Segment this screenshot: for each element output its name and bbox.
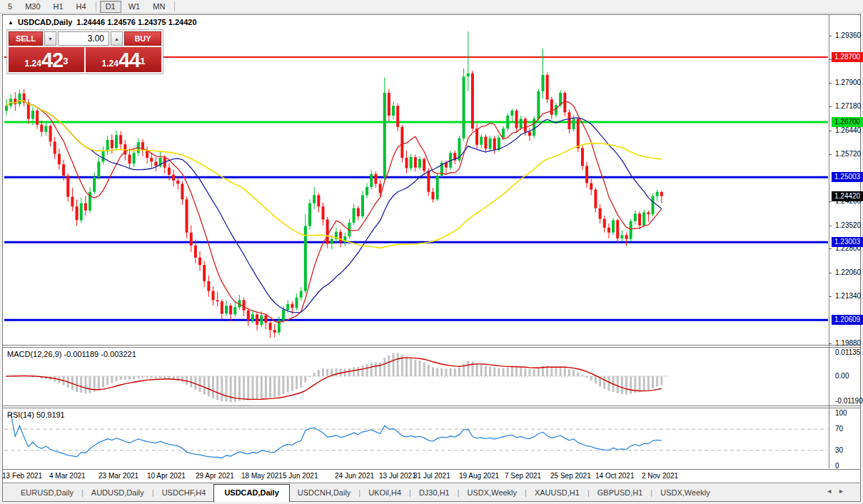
- price-level-badge: 1.25003: [832, 172, 863, 182]
- price-tick-mark: [829, 343, 832, 344]
- macd-scale-label: -0.011904: [835, 397, 863, 405]
- timeframe-button-h1[interactable]: H1: [48, 1, 69, 13]
- chart-window: ▲ USDCAD,Daily 1.24446 1.24576 1.24375 1…: [2, 14, 861, 502]
- price-tick-mark: [829, 296, 832, 297]
- macd-label: MACD(12,26,9) -0.001189 -0.003221: [7, 350, 136, 358]
- price-tick-mark: [829, 36, 832, 36]
- rsi-scale-label: 70: [835, 425, 843, 433]
- timeframe-button-m30[interactable]: M30: [19, 1, 46, 13]
- symbol-period-label: USDCAD,Daily: [18, 18, 72, 26]
- date-label: 23 Mar 2021: [99, 472, 138, 480]
- date-label: 31 Jul 2021: [413, 472, 450, 480]
- macd-scale-label: 0.00: [835, 372, 849, 380]
- price-tick-mark: [829, 226, 832, 226]
- date-label: 10 Apr 2021: [147, 472, 186, 480]
- price-tick-label: 1.23520: [835, 221, 861, 230]
- tab-gbpusd-h1[interactable]: GBPUSD,H1: [590, 485, 651, 501]
- timeframe-button-5[interactable]: 5: [2, 1, 18, 13]
- price-level-badge: 1.28700: [832, 52, 863, 62]
- price-tick-mark: [829, 201, 832, 202]
- tab-usdcad-daily[interactable]: USDCAD,Daily: [213, 484, 289, 502]
- tab-xauusd-h1[interactable]: XAUUSD,H1: [527, 485, 587, 501]
- tabs-scroll-right-icon[interactable]: ►: [838, 488, 850, 495]
- price-tick-label: 1.27180: [835, 102, 861, 111]
- tab-usdx-weekly-2[interactable]: USDX,Weekly: [652, 485, 717, 501]
- tab-usdchf-h4[interactable]: USDCHF,H4: [154, 485, 214, 501]
- macd-panel-divider[interactable]: [3, 345, 860, 348]
- sell-price-sup: 3: [63, 52, 68, 71]
- price-level-badge: 1.26700: [832, 117, 863, 127]
- quote-header: ▲ USDCAD,Daily 1.24446 1.24576 1.24375 1…: [8, 18, 197, 26]
- date-label: 14 Oct 2021: [595, 472, 634, 480]
- price-tick-label: 1.25720: [835, 150, 861, 158]
- tab-audusd-daily[interactable]: AUDUSD,Daily: [84, 485, 152, 501]
- rsi-scale-label: 30: [835, 446, 843, 455]
- date-label: 19 Aug 2021: [459, 472, 499, 480]
- timeframe-button-h4[interactable]: H4: [71, 1, 92, 13]
- price-tick-mark: [829, 248, 832, 249]
- price-tick-mark: [829, 106, 832, 107]
- price-tick-mark: [829, 273, 832, 273]
- sell-price-tile[interactable]: 1.24423: [9, 47, 84, 72]
- current-price-badge: 1.24420: [832, 191, 863, 201]
- volume-input[interactable]: [58, 31, 109, 46]
- sell-price-big: 42: [41, 50, 63, 71]
- tab-ukoil-h4[interactable]: UKOil,H4: [360, 485, 409, 501]
- one-click-trading-panel: SELL ▼ ▲ BUY 1.24423 1.24441: [6, 29, 163, 74]
- buy-button[interactable]: BUY: [124, 31, 161, 46]
- timeframe-button-mn[interactable]: MN: [147, 1, 171, 13]
- timeframe-button-w1[interactable]: W1: [123, 1, 146, 13]
- volume-decrease-button[interactable]: ▼: [44, 31, 56, 46]
- macd-value: -0.001189: [64, 350, 99, 358]
- price-level-badge: 1.20609: [832, 315, 863, 325]
- tab-dj30-h1[interactable]: DJ30,H1: [411, 485, 458, 501]
- sell-price-small: 1.24: [25, 56, 41, 71]
- macd-signal-value: -0.003221: [101, 350, 136, 358]
- price-tick-label: 1.21340: [835, 292, 861, 301]
- price-tick-label: 1.22060: [835, 268, 861, 277]
- chart-collapse-icon[interactable]: ▲: [8, 19, 14, 26]
- price-level-badge: 1.23003: [832, 237, 863, 247]
- date-label: 5 Jun 2021: [283, 472, 318, 480]
- price-tick-label: 1.26440: [835, 126, 861, 135]
- toolbar-separator: [174, 1, 175, 11]
- price-tick-label: 1.19880: [835, 339, 861, 348]
- date-label: 13 Jul 2021: [379, 472, 416, 480]
- date-label: 25 Sep 2021: [550, 472, 591, 480]
- date-axis[interactable]: 13 Feb 20214 Mar 202123 Mar 202110 Apr 2…: [3, 469, 860, 483]
- price-tick-mark: [829, 83, 832, 84]
- chart-tab-bar: EURUSD,Daily|AUDUSD,Daily|USDCHF,H4USDCA…: [3, 483, 860, 501]
- rsi-label: RSI(14) 50.9191: [7, 410, 65, 419]
- quote-ohlc-values: 1.24446 1.24576 1.24375 1.24420: [76, 18, 196, 26]
- price-tick-mark: [829, 131, 832, 131]
- tab-usdcnh-daily[interactable]: USDCNH,Daily: [290, 485, 359, 501]
- price-tick-label: 1.29360: [835, 31, 861, 40]
- timeframe-toolbar: 5M30H1H4D1W1MN: [0, 0, 863, 14]
- rsi-panel[interactable]: [4, 409, 828, 468]
- timeframe-button-d1[interactable]: D1: [100, 1, 121, 13]
- tab-scroll-nav: ◄►: [826, 488, 850, 495]
- date-label: 24 Jun 2021: [335, 472, 374, 480]
- rsi-value: 50.9191: [36, 410, 65, 419]
- date-label: 2 Nov 2021: [642, 472, 678, 480]
- tab-eurusd-daily[interactable]: EURUSD,Daily: [13, 485, 81, 501]
- rsi-panel-divider[interactable]: [3, 405, 860, 408]
- price-tick-label: 1.27900: [835, 79, 861, 87]
- tabs-scroll-left-icon[interactable]: ◄: [826, 488, 838, 495]
- buy-price-small: 1.24: [102, 56, 118, 71]
- tab-usdx-weekly[interactable]: USDX,Weekly: [460, 485, 525, 501]
- date-label: 13 Feb 2021: [2, 472, 42, 480]
- date-label: 18 May 2021: [241, 472, 283, 480]
- rsi-scale-label: 100: [835, 409, 847, 418]
- buy-price-sup: 1: [140, 52, 145, 71]
- toolbar-separator: [96, 1, 96, 11]
- macd-scale-label: 0.01135: [835, 348, 860, 357]
- volume-increase-button[interactable]: ▲: [111, 31, 123, 46]
- date-label: 29 Apr 2021: [196, 472, 234, 480]
- date-label: 4 Mar 2021: [49, 472, 86, 480]
- buy-price-tile[interactable]: 1.24441: [86, 47, 161, 72]
- buy-price-big: 44: [118, 50, 140, 71]
- sell-button[interactable]: SELL: [9, 31, 43, 46]
- price-tick-mark: [829, 154, 832, 155]
- date-label: 7 Sep 2021: [505, 472, 541, 480]
